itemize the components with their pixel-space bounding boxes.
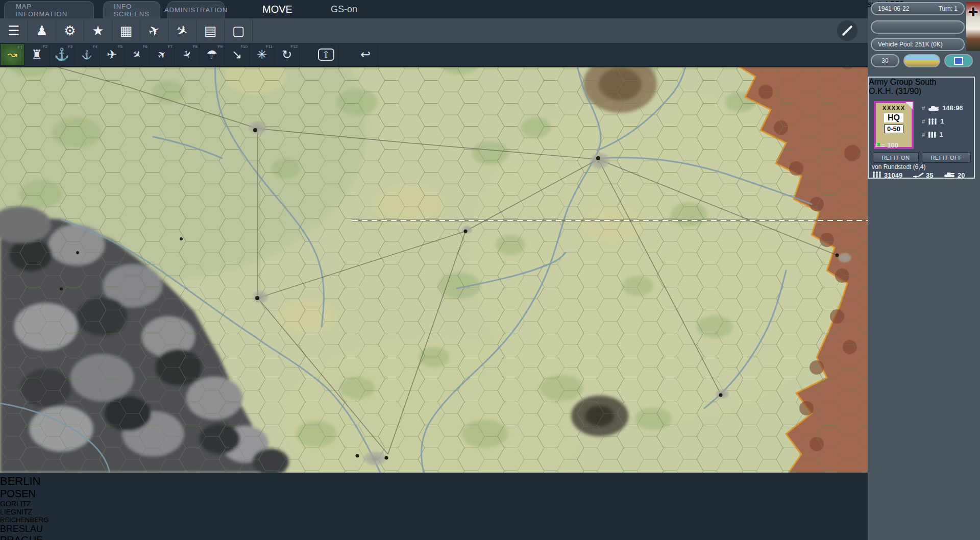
air-recon-button[interactable]: F5✈ — [100, 43, 125, 66]
gun-icon — [913, 171, 924, 179]
bombardment-button[interactable]: F11✳ — [250, 43, 275, 66]
tab-administration[interactable]: ADMINISTRATION — [167, 1, 225, 18]
end-phase-button[interactable]: F12↻ — [275, 43, 300, 66]
selected-unit-panel: Army Group South O.K.H. (31/90) XXXXX HQ… — [868, 77, 975, 179]
city-label-berlin: BERLIN — [0, 475, 980, 488]
strategic-bombing-button[interactable]: F8✈ — [175, 43, 200, 66]
supply-row: #≈ 100 — [875, 141, 898, 150]
naval-transport-button[interactable]: F3⚓ — [50, 43, 75, 66]
fkey-label: F2 — [43, 44, 47, 49]
air-directives-button[interactable]: ✈ — [168, 19, 197, 42]
rail-transport-icon: ♜ — [31, 48, 42, 61]
unit-list-icon: ☰ — [8, 24, 19, 37]
refit-on-button[interactable]: REFIT ON — [873, 152, 919, 163]
fkey-label: F12 — [290, 44, 298, 49]
city-label-liegnitz: LIEGNITZ — [0, 508, 980, 516]
artillery-icon — [927, 131, 937, 138]
fkey-label: F3 — [68, 44, 72, 49]
tank-icon — [943, 171, 955, 179]
tab-map-information[interactable]: MAP INFORMATION — [4, 1, 94, 18]
city-label-posen: POSEN — [0, 488, 980, 500]
fkey-label: F4 — [93, 44, 97, 49]
undo-move-button[interactable]: ↩ — [353, 43, 378, 66]
men-icon — [872, 171, 882, 180]
terrain-view-button[interactable] — [903, 54, 940, 67]
fkey-label: F5 — [118, 44, 122, 49]
fkey-label: F11 — [266, 44, 273, 49]
total-stat: 35 — [913, 171, 933, 179]
amphibious-transport-button[interactable]: F4⚓ — [75, 43, 100, 66]
air-drop-icon: ☂ — [206, 48, 217, 61]
air-war-button[interactable]: ✈ — [140, 19, 168, 42]
gs-toggle[interactable]: GS-on — [331, 0, 357, 18]
message-pill[interactable] — [871, 20, 965, 34]
turn-display: 1941-06-22 Turn: 1 — [871, 2, 965, 15]
move-mode-button[interactable]: F1↝ — [0, 43, 24, 66]
edit-pencil-button[interactable] — [837, 20, 857, 41]
commanders-icon: ♟ — [36, 24, 47, 37]
rail-transport-button[interactable]: F2♜ — [24, 43, 50, 66]
supply-icon: ≈ — [880, 141, 885, 150]
production-icon: ▦ — [120, 24, 133, 37]
bombardment-icon: ✳ — [257, 48, 267, 61]
unit-stat-row: #1 — [922, 117, 944, 125]
unit-size-label: XXXXX — [882, 105, 905, 112]
hex-level-value[interactable]: 30 — [871, 54, 899, 67]
fkey-label: F10 — [240, 44, 248, 49]
unit-list-button[interactable]: ☰ — [0, 19, 28, 42]
air-directives-icon: ✈ — [174, 22, 190, 39]
logistics-button[interactable]: ▢ — [225, 19, 253, 42]
right-sidebar: 1941-06-22 Turn: 1 ✚ Vehicle Pool: 251K … — [868, 0, 980, 540]
undo-move-icon: ↩ — [360, 48, 371, 61]
upgrade-units-icon: ⇧ — [318, 48, 334, 61]
production-button[interactable]: ▦ — [112, 19, 140, 42]
orders-icon: ▤ — [204, 24, 217, 37]
vehicle-pool-display: Vehicle Pool: 251K (0K) — [871, 38, 965, 51]
counter-view-button[interactable] — [944, 54, 973, 67]
commanders-button[interactable]: ♟ — [28, 19, 56, 42]
unit-strength-label: 0-50 — [884, 125, 903, 133]
city-label-breslau: BRESLAU — [0, 524, 980, 534]
fkey-label: F1 — [18, 45, 22, 50]
air-drop-button[interactable]: F9☂ — [200, 43, 225, 66]
victory-icon: ★ — [92, 24, 104, 37]
unit-type-label: HQ — [884, 113, 903, 122]
ground-attack-icon: ✈ — [130, 48, 143, 61]
upgrade-units-button[interactable]: ⇧ — [314, 43, 339, 66]
german-flag-cross: ✚ — [966, 2, 980, 51]
unit-hq: O.K.H. (31/90) — [869, 87, 974, 96]
naval-transport-icon: ⚓ — [54, 48, 69, 61]
strategic-bombing-icon: ✈ — [180, 48, 193, 61]
fkey-label: F9 — [218, 44, 223, 49]
move-mode-icon: ↝ — [7, 48, 17, 61]
game-date: 1941-06-22 — [878, 5, 909, 12]
orders-button[interactable]: ▤ — [197, 19, 225, 42]
air-transfer-button[interactable]: F10↘ — [225, 43, 250, 66]
air-transfer-icon: ↘ — [232, 48, 242, 61]
settings-button[interactable]: ⚙ — [56, 19, 84, 42]
city-label-prague: PRAGUE — [0, 534, 980, 540]
tank-icon — [927, 105, 940, 111]
ground-attack-button[interactable]: F6✈ — [125, 43, 150, 66]
city-label-reichenberg: REICHENBERG — [0, 516, 980, 524]
unit-stat-row: #1 — [922, 131, 943, 138]
fkey-label: F8 — [193, 44, 198, 49]
total-stat: 31049 — [872, 171, 902, 180]
settings-icon: ⚙ — [64, 24, 76, 37]
game-window: MAP INFORMATION INFO SCREENS ADMINISTRAT… — [0, 0, 980, 540]
victory-button[interactable]: ★ — [84, 19, 112, 42]
air-superiority-icon: ✈ — [155, 48, 168, 61]
toolbar-info-screens: ☰♟⚙★▦✈✈▤▢ — [0, 18, 868, 43]
top-tab-bar: MAP INFORMATION INFO SCREENS ADMINISTRAT… — [0, 0, 868, 18]
air-superiority-button[interactable]: F7✈ — [150, 43, 175, 66]
counter-fold — [905, 102, 913, 109]
turn-number: Turn: 1 — [938, 5, 958, 12]
hex-map[interactable]: BERLINPOSENGORLITZLIEGNITZREICHENBERGBRE… — [0, 0, 980, 540]
mode-label-move[interactable]: MOVE — [262, 0, 292, 18]
unit-name: Army Group South — [869, 78, 974, 87]
unit-stat-row: #148:96 — [922, 104, 963, 112]
tab-info-screens[interactable]: INFO SCREENS — [103, 1, 160, 18]
fkey-label: F6 — [143, 44, 148, 49]
toolbar-move-modes: F1↝F2♜F3⚓F4⚓F5✈F6✈F7✈F8✈F9☂F10↘F11✳F12↻⇧… — [0, 43, 868, 67]
refit-off-button[interactable]: REFIT OFF — [922, 152, 971, 163]
